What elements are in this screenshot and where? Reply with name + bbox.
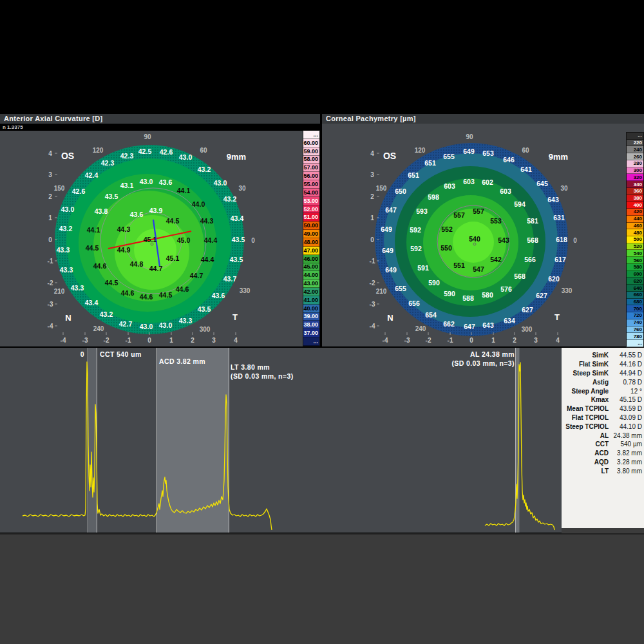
curvature-x-tick: -3 <box>82 337 88 344</box>
curvature-x-tick: 0 <box>147 337 151 344</box>
pachymetry-nasal-label: N <box>387 313 393 323</box>
pachymetry-value-label: 651 <box>408 171 419 179</box>
curvature-angle-label: 90 <box>144 133 151 140</box>
pachymetry-value-label: 656 <box>408 299 420 307</box>
pachymetry-value-label: 550 <box>440 244 452 252</box>
curvature-value-label: 43.0 <box>140 178 153 185</box>
curvature-value-label: 43.5 <box>105 193 118 200</box>
curvature-value-label: 42.7 <box>119 320 133 328</box>
curvature-value-label: 44.7 <box>190 272 204 279</box>
curvature-value-label: 42.6 <box>160 148 173 156</box>
pachymetry-value-label: 603 <box>463 178 475 185</box>
pachymetry-value-label: 542 <box>490 256 502 263</box>
pachymetry-value-label: 647 <box>385 206 397 214</box>
pachymetry-value-label: 643 <box>482 321 494 329</box>
maps-and-ascan-overlay: 42.342.542.643.042.342.442.643.243.143.0… <box>0 0 644 644</box>
curvature-value-label: 42.4 <box>85 171 99 179</box>
curvature-value-label: 42.3 <box>101 159 115 167</box>
pachymetry-value-label: 618 <box>556 236 567 243</box>
pachymetry-y-tick: 0 <box>370 236 374 243</box>
pachymetry-x-tick: -1 <box>448 337 453 344</box>
curvature-value-label: 44.4 <box>201 256 214 263</box>
pachymetry-value-label: 592 <box>410 245 422 252</box>
curvature-y-tick: 3 <box>48 171 52 178</box>
curvature-x-tick: 2 <box>191 337 194 344</box>
curvature-value-label: 44.5 <box>166 217 180 225</box>
biometry-report-screen: Anterior Axial Curvature [D] n 1.3375 Co… <box>0 0 644 644</box>
pachymetry-value-label: 662 <box>443 320 455 328</box>
pachymetry-value-label: 590 <box>428 279 440 287</box>
ascan-annotation-label: (SD 0.03 mm, n=3) <box>231 372 294 380</box>
pachymetry-value-label: 603 <box>444 182 455 190</box>
pachymetry-value-label: 634 <box>504 317 515 325</box>
pachymetry-x-tick: -2 <box>426 337 431 344</box>
pachymetry-x-tick: 2 <box>513 337 516 344</box>
curvature-y-tick: -2 <box>48 279 53 287</box>
curvature-value-label: 44.6 <box>93 262 107 270</box>
pachymetry-value-label: 551 <box>453 261 465 269</box>
pachymetry-value-label: 649 <box>382 247 393 254</box>
pachymetry-value-label: 598 <box>428 193 439 201</box>
curvature-value-label: 42.5 <box>138 147 152 155</box>
curvature-y-tick: -3 <box>48 301 53 308</box>
pachymetry-angle-label: 90 <box>466 133 473 140</box>
curvature-eye-label: OS <box>61 151 74 161</box>
curvature-value-label: 43.5 <box>198 305 211 313</box>
pachymetry-value-label: 649 <box>385 266 397 274</box>
pachymetry-eye-label: OS <box>383 151 396 161</box>
pachymetry-value-label: 649 <box>463 147 475 155</box>
pachymetry-angle-label: 150 <box>376 185 387 192</box>
curvature-value-label: 44.5 <box>105 279 118 287</box>
curvature-angle-label: 240 <box>93 325 104 332</box>
pachymetry-value-label: 653 <box>482 149 494 157</box>
pachymetry-value-label: 576 <box>500 285 512 293</box>
pachymetry-value-label: 645 <box>536 180 548 187</box>
ascan-annotation-label: CCT 540 um <box>100 350 142 358</box>
curvature-y-tick: 0 <box>48 236 52 243</box>
pachymetry-value-label: 568 <box>514 272 526 280</box>
pachymetry-value-label: 650 <box>395 187 406 195</box>
curvature-x-tick: 4 <box>234 337 238 344</box>
curvature-y-tick: -1 <box>48 258 53 265</box>
curvature-value-label: 44.6 <box>121 289 135 297</box>
curvature-x-tick: 1 <box>169 337 173 344</box>
pachymetry-value-label: 552 <box>441 225 453 233</box>
pachymetry-y-tick: -4 <box>370 323 375 330</box>
curvature-value-label: 44.9 <box>117 246 131 254</box>
pachymetry-map: 6556496536466516516416506456036036026035… <box>370 133 578 344</box>
curvature-angle-label: 330 <box>240 287 251 294</box>
curvature-angle-label: 120 <box>93 147 104 154</box>
pachymetry-value-label: 627 <box>536 292 547 299</box>
curvature-value-label: 43.2 <box>223 195 237 203</box>
pachymetry-value-label: 651 <box>424 159 436 167</box>
curvature-x-tick: 3 <box>212 337 216 344</box>
pachymetry-value-label: 647 <box>464 323 475 330</box>
ascan-echo-trace <box>485 363 554 530</box>
curvature-value-label: 43.0 <box>179 153 193 161</box>
pachymetry-value-label: 543 <box>498 236 509 244</box>
ascan-measure-band <box>157 348 229 533</box>
curvature-value-label: 44.0 <box>192 200 205 208</box>
curvature-value-label: 43.2 <box>100 310 113 318</box>
pachymetry-value-label: 580 <box>482 291 493 299</box>
curvature-value-label: 44.1 <box>87 226 100 234</box>
curvature-value-label: 45.0 <box>177 236 191 244</box>
curvature-value-label: 43.0 <box>159 321 173 329</box>
pachymetry-x-tick: 1 <box>491 337 495 344</box>
curvature-value-label: 43.6 <box>212 292 225 299</box>
curvature-value-label: 43.4 <box>85 299 99 307</box>
curvature-value-label: 43.6 <box>159 178 173 186</box>
pachymetry-value-label: 593 <box>416 207 428 215</box>
pachymetry-x-tick: 4 <box>556 337 560 344</box>
curvature-value-label: 43.3 <box>71 284 84 292</box>
pachymetry-angle-label: 240 <box>415 325 426 332</box>
pachymetry-x-tick: -3 <box>404 337 410 344</box>
curvature-value-label: 43.3 <box>57 246 70 254</box>
curvature-temporal-label: T <box>232 312 238 322</box>
pachymetry-value-label: 557 <box>473 207 484 215</box>
ascan-annotation-label: AL 24.38 mm <box>470 350 515 358</box>
pachymetry-x-tick: 3 <box>534 337 538 344</box>
curvature-value-label: 43.2 <box>59 225 73 232</box>
curvature-value-label: 43.5 <box>232 236 245 243</box>
curvature-map: 42.342.542.643.042.342.442.643.243.143.0… <box>48 133 256 344</box>
